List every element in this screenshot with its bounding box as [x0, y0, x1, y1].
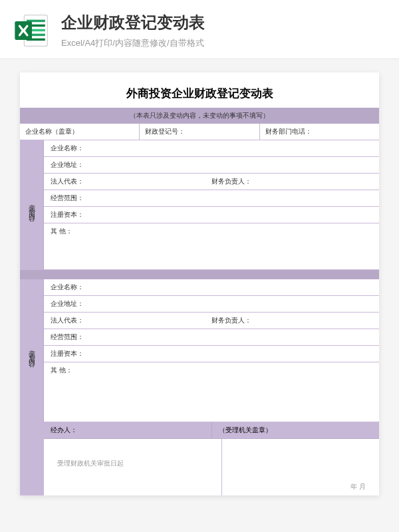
info-row: 企业名称（盖章） 财政登记号： 财务部门电话： [20, 124, 379, 140]
page-title: 企业财政登记变动表 [61, 12, 205, 33]
section-after-label: 变动后内容 [20, 279, 44, 422]
info-company-name: 企业名称（盖章） [20, 124, 140, 140]
section-before-label: 变动前内容 [20, 140, 44, 270]
footer-section: 经办人： （受理机关盖章） 受理财政机关审批日起 年 月 [20, 422, 379, 495]
page-subtitle: Excel/A4打印/内容随意修改/自带格式 [61, 37, 205, 49]
footer-date: 年 月 [350, 482, 366, 491]
after-scope: 经营范围： [44, 329, 379, 346]
form-sheet: 外商投资企业财政登记变动表 （本表只涉及变动内容，未变动的事项不填写） 企业名称… [20, 72, 379, 495]
after-name: 企业名称： [44, 279, 379, 296]
before-other: 其 他： [44, 223, 379, 270]
after-legal-rep: 法人代表： [51, 316, 211, 325]
section-before: 变动前内容 企业名称： 企业地址： 法人代表： 财务负责人： 经营范围： 注册资… [20, 140, 379, 270]
info-reg-no: 财政登记号： [140, 124, 259, 140]
section-divider [20, 270, 379, 279]
footer-handler: 经办人： [44, 422, 212, 439]
before-finance-head: 财务负责人： [211, 177, 372, 186]
excel-icon [13, 12, 51, 49]
after-other: 其 他： [44, 362, 379, 422]
footer-stamp: （受理机关盖章） [212, 422, 380, 439]
form-title: 外商投资企业财政登记变动表 [20, 82, 379, 108]
footer-left-spacer [20, 422, 44, 495]
before-legal-rep: 法人代表： [51, 177, 211, 186]
section-after: 变动后内容 企业名称： 企业地址： 法人代表： 财务负责人： 经营范围： 注册资… [20, 279, 379, 422]
before-address: 企业地址： [44, 157, 379, 174]
info-phone: 财务部门电话： [260, 124, 379, 140]
after-capital: 注册资本： [44, 346, 379, 362]
footer-approval: 受理财政机关审批日起 [44, 439, 222, 495]
footer-date-area: 年 月 [222, 439, 380, 495]
after-finance-head: 财务负责人： [211, 316, 372, 325]
form-note: （本表只涉及变动内容，未变动的事项不填写） [20, 108, 379, 124]
preview-container: 外商投资企业财政登记变动表 （本表只涉及变动内容，未变动的事项不填写） 企业名称… [0, 59, 399, 509]
before-capital: 注册资本： [44, 207, 379, 223]
before-scope: 经营范围： [44, 190, 379, 207]
page-header: 企业财政登记变动表 Excel/A4打印/内容随意修改/自带格式 [0, 0, 399, 59]
after-legal-rep-row: 法人代表： 财务负责人： [44, 313, 379, 329]
before-legal-rep-row: 法人代表： 财务负责人： [44, 174, 379, 190]
before-name: 企业名称： [44, 140, 379, 157]
after-address: 企业地址： [44, 296, 379, 313]
